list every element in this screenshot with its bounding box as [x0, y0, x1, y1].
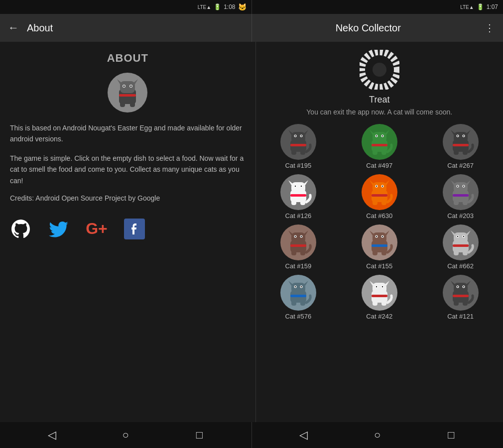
svg-rect-22 — [290, 144, 306, 146]
back-button[interactable]: ← — [8, 21, 19, 34]
cat-item-cat-242[interactable]: Cat #242 — [343, 275, 416, 320]
cat-label-cat-662: Cat #662 — [447, 262, 474, 270]
gplus-icon: G+ — [86, 220, 108, 238]
svg-point-75 — [463, 186, 464, 187]
cat-item-cat-121[interactable]: Cat #121 — [424, 275, 497, 320]
svg-rect-145 — [463, 300, 468, 306]
cat-item-cat-497[interactable]: Cat #497 — [343, 124, 416, 169]
svg-rect-133 — [373, 300, 377, 306]
cat-item-cat-159[interactable]: Cat #159 — [262, 224, 335, 270]
github-button[interactable] — [10, 218, 32, 240]
svg-rect-101 — [381, 249, 386, 255]
svg-rect-111 — [454, 249, 459, 255]
svg-rect-9 — [120, 101, 125, 107]
back-nav-button-left[interactable]: ◁ — [43, 426, 61, 444]
svg-marker-136 — [451, 281, 456, 286]
svg-rect-90 — [300, 249, 305, 255]
cat-avatar-cat-159 — [280, 224, 316, 260]
home-nav-button-right[interactable]: ○ — [369, 426, 386, 444]
cat-item-cat-576[interactable]: Cat #576 — [262, 275, 335, 320]
svg-marker-3 — [133, 79, 138, 84]
signal-right: LTE▲ — [460, 4, 474, 10]
cat-label-cat-126: Cat #126 — [285, 212, 312, 220]
bottom-nav-right: ◁ ○ □ — [252, 422, 503, 448]
cat-avatar-cat-267 — [443, 124, 479, 160]
svg-point-130 — [382, 286, 383, 287]
cat-avatar-cat-497 — [362, 124, 397, 160]
about-heading: ABOUT — [10, 52, 246, 65]
svg-marker-71 — [466, 180, 471, 185]
status-bars: LTE▲ 🔋 1:08 🐱 LTE▲ 🔋 1:07 — [0, 0, 503, 14]
cat-avatar-cat-126 — [280, 174, 316, 210]
cat-label-cat-203: Cat #203 — [447, 212, 474, 220]
facebook-button[interactable] — [124, 218, 145, 240]
svg-point-74 — [457, 186, 458, 187]
twitter-button[interactable] — [48, 218, 70, 240]
svg-rect-143 — [453, 295, 469, 297]
menu-icon[interactable]: ⋮ — [485, 22, 495, 34]
svg-rect-44 — [453, 144, 469, 146]
recent-nav-button-left[interactable]: □ — [190, 426, 208, 444]
time-left: 1:08 — [224, 3, 235, 10]
cat-item-cat-155[interactable]: Cat #155 — [343, 224, 416, 270]
battery-right: 🔋 — [477, 3, 484, 10]
cat-avatar-cat-576 — [280, 275, 316, 311]
svg-marker-81 — [288, 230, 293, 235]
svg-rect-1 — [120, 81, 135, 93]
svg-rect-79 — [463, 199, 468, 205]
svg-marker-70 — [451, 180, 456, 185]
svg-marker-104 — [466, 230, 471, 235]
signal-left: LTE▲ — [198, 4, 212, 10]
cat-avatar-cat-630 — [362, 174, 397, 210]
gplus-button[interactable]: G+ — [86, 218, 108, 240]
svg-point-30 — [376, 135, 377, 136]
svg-rect-55 — [290, 194, 306, 197]
svg-point-20 — [301, 135, 302, 136]
battery-left: 🔋 — [214, 3, 221, 10]
svg-point-118 — [295, 286, 296, 287]
status-bar-right: LTE▲ 🔋 1:07 — [252, 0, 503, 14]
svg-point-19 — [295, 135, 296, 136]
about-credits: Credits: Android Open Source Project by … — [10, 194, 160, 202]
cat-avatar-cat-662 — [443, 224, 479, 260]
cat-item-cat-662[interactable]: Cat #662 — [424, 224, 497, 270]
cat-item-cat-126[interactable]: Cat #126 — [262, 174, 335, 220]
cat-label-cat-195: Cat #195 — [285, 162, 312, 169]
svg-marker-137 — [466, 281, 471, 286]
home-nav-button-left[interactable]: ○ — [117, 426, 134, 444]
svg-point-52 — [295, 186, 296, 187]
svg-marker-59 — [370, 180, 375, 185]
cat-label-cat-630: Cat #630 — [366, 212, 392, 220]
svg-point-64 — [382, 186, 383, 187]
svg-rect-57 — [300, 199, 305, 205]
cat-label-cat-121: Cat #121 — [447, 313, 474, 320]
svg-point-108 — [463, 236, 464, 237]
cat-avatar-cat-203 — [443, 174, 479, 210]
svg-point-107 — [457, 236, 458, 237]
svg-rect-88 — [290, 244, 306, 247]
svg-point-41 — [457, 135, 458, 136]
svg-point-6 — [124, 86, 125, 87]
cat-item-cat-630[interactable]: Cat #630 — [343, 174, 416, 220]
svg-marker-15 — [288, 130, 293, 135]
back-nav-button-right[interactable]: ◁ — [295, 426, 313, 444]
svg-marker-82 — [303, 230, 308, 235]
svg-marker-26 — [370, 130, 375, 135]
cats-grid: Cat #195 — [262, 124, 498, 320]
svg-rect-99 — [372, 244, 387, 247]
cat-avatar-cat-121 — [443, 275, 479, 311]
svg-rect-112 — [463, 249, 468, 255]
about-description-1: This is based on Android Nougat's Easter… — [10, 122, 246, 145]
svg-marker-27 — [384, 130, 389, 135]
svg-rect-132 — [372, 295, 387, 297]
cat-item-cat-195[interactable]: Cat #195 — [262, 124, 335, 169]
svg-marker-16 — [303, 130, 308, 135]
cat-item-cat-203[interactable]: Cat #203 — [424, 174, 497, 220]
recent-nav-button-right[interactable]: □ — [442, 426, 460, 444]
cat-item-cat-267[interactable]: Cat #267 — [424, 124, 497, 169]
cat-label-cat-242: Cat #242 — [366, 313, 392, 320]
status-bar-left: LTE▲ 🔋 1:08 🐱 — [0, 0, 252, 14]
cat-label-cat-576: Cat #576 — [285, 313, 312, 320]
svg-point-119 — [301, 286, 302, 287]
svg-point-129 — [376, 286, 377, 287]
